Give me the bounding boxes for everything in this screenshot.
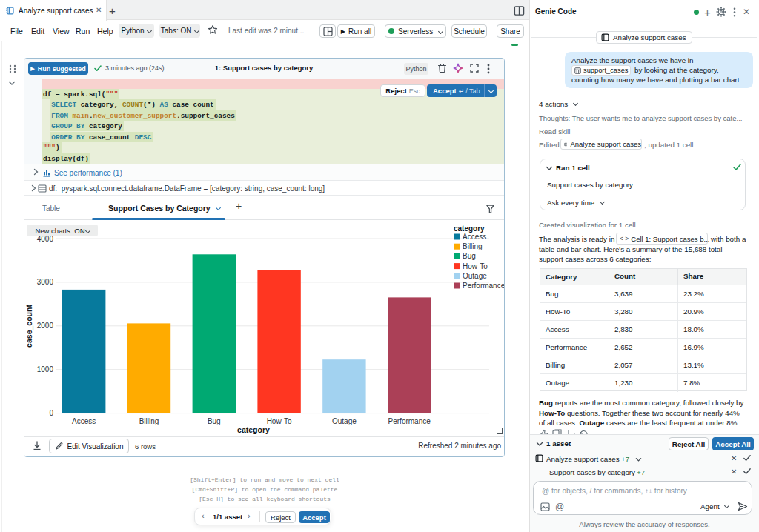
svg-text:Outage: Outage (332, 417, 357, 425)
svg-text:Bug: Bug (208, 417, 221, 425)
svg-text:Bug: Bug (463, 252, 476, 260)
svg-text:How-To: How-To (463, 262, 488, 270)
svg-text:Outage: Outage (463, 272, 487, 280)
svg-text:1000: 1000 (37, 365, 54, 373)
svg-text:3000: 3000 (37, 278, 54, 286)
svg-text:4000: 4000 (37, 235, 54, 243)
svg-text:category: category (237, 425, 270, 434)
svg-text:0: 0 (49, 409, 53, 417)
svg-text:How-To: How-To (267, 417, 292, 425)
svg-text:Performance: Performance (463, 282, 504, 290)
svg-text:category: category (454, 225, 485, 233)
svg-text:Performance: Performance (388, 417, 431, 425)
svg-text:2000: 2000 (37, 322, 54, 330)
svg-text:case_count: case_count (24, 305, 33, 348)
svg-text:Billing: Billing (139, 417, 159, 425)
svg-text:Access: Access (463, 233, 486, 241)
svg-text:Billing: Billing (463, 242, 483, 250)
svg-text:Access: Access (72, 417, 96, 425)
